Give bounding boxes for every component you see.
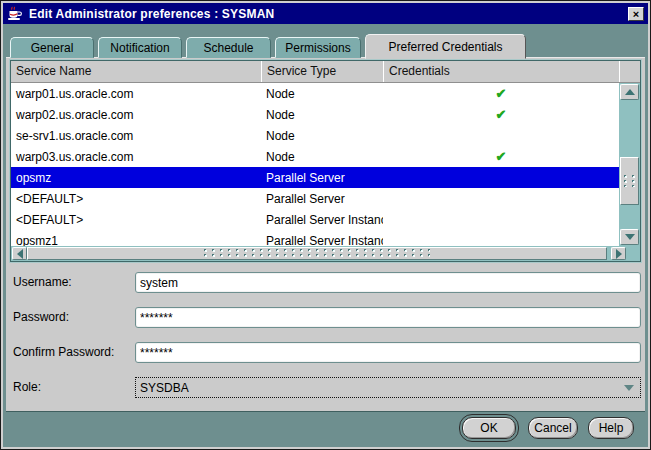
credentials-check-icon: ✔ — [383, 149, 619, 164]
ok-button-default-ring: OK — [459, 414, 519, 442]
table-row[interactable]: warp03.us.oracle.com Node ✔ — [11, 146, 619, 167]
close-icon: × — [633, 8, 639, 20]
service-name-cell: <DEFAULT> — [11, 213, 261, 227]
table-header: Service Name Service Type Credentials — [11, 61, 640, 83]
column-header-credentials: Credentials — [383, 61, 619, 82]
title-bar[interactable]: Edit Administrator preferences : SYSMAN … — [3, 3, 648, 24]
table-row[interactable]: warp01.us.oracle.com Node ✔ — [11, 83, 619, 104]
tab-notification[interactable]: Notification — [98, 37, 182, 58]
column-header-service-name: Service Name — [11, 61, 261, 82]
service-name-cell: opsmz — [11, 171, 261, 185]
role-dropdown[interactable]: SYSDBA — [135, 377, 641, 398]
service-type-cell: Node — [261, 150, 383, 164]
service-type-cell: Node — [261, 87, 383, 101]
tab-general[interactable]: General — [10, 37, 94, 58]
table-header-corner — [619, 61, 640, 82]
table-row[interactable]: <DEFAULT> Parallel Server — [11, 188, 619, 209]
column-header-service-type: Service Type — [261, 61, 383, 82]
service-type-cell: Node — [261, 129, 383, 143]
service-name-cell: se-srv1.us.oracle.com — [11, 129, 261, 143]
service-name-cell: warp02.us.oracle.com — [11, 108, 261, 122]
tab-strip: General Notification Schedule Permission… — [10, 33, 530, 58]
confirm-password-label: Confirm Password: — [13, 345, 114, 359]
confirm-password-field[interactable] — [135, 342, 641, 363]
table-row[interactable]: warp02.us.oracle.com Node ✔ — [11, 104, 619, 125]
table-body: warp01.us.oracle.com Node ✔ warp02.us.or… — [11, 83, 619, 246]
service-name-cell: warp03.us.oracle.com — [11, 150, 261, 164]
tab-schedule[interactable]: Schedule — [186, 37, 271, 58]
role-label: Role: — [13, 380, 41, 394]
service-type-cell: Parallel Server — [261, 171, 383, 185]
ok-button[interactable]: OK — [462, 417, 516, 439]
credentials-check-icon: ✔ — [383, 86, 619, 101]
tab-permissions[interactable]: Permissions — [275, 37, 361, 58]
username-label: Username: — [13, 275, 72, 289]
table-row[interactable]: <DEFAULT> Parallel Server Instance — [11, 209, 619, 230]
scroll-down-button[interactable] — [620, 229, 639, 245]
scroll-up-button[interactable] — [620, 84, 639, 100]
cancel-button[interactable]: Cancel — [528, 417, 578, 439]
vertical-scrollbar[interactable] — [619, 83, 640, 246]
thumb-grip-texture — [624, 175, 636, 187]
left-arrow-icon — [17, 249, 23, 259]
close-button[interactable]: × — [628, 7, 644, 21]
credentials-table: Service Name Service Type Credentials wa… — [10, 60, 641, 262]
up-arrow-icon — [625, 89, 635, 95]
password-field[interactable] — [135, 307, 641, 328]
table-row[interactable]: se-srv1.us.oracle.com Node — [11, 125, 619, 146]
scroll-left-button[interactable] — [12, 247, 27, 260]
credentials-check-icon: ✔ — [383, 107, 619, 122]
application-coffee-cup-icon — [7, 6, 24, 21]
service-name-cell: opsmz1 — [11, 234, 261, 247]
service-name-cell: warp01.us.oracle.com — [11, 87, 261, 101]
service-type-cell: Node — [261, 108, 383, 122]
window-title: Edit Administrator preferences : SYSMAN — [29, 7, 628, 21]
horizontal-scroll-thumb[interactable] — [27, 247, 607, 260]
service-type-cell: Parallel Server Instance — [261, 213, 383, 227]
vertical-scroll-thumb[interactable] — [620, 157, 639, 205]
role-selected-value: SYSDBA — [140, 381, 624, 395]
service-type-cell: Parallel Server — [261, 192, 383, 206]
service-type-cell: Parallel Server Instance — [261, 234, 383, 247]
username-field[interactable] — [135, 272, 641, 293]
dropdown-arrow-icon — [624, 385, 634, 391]
down-arrow-icon — [625, 234, 635, 240]
tab-preferred-credentials[interactable]: Preferred Credentials — [365, 34, 526, 59]
edit-administrator-preferences-dialog: Edit Administrator preferences : SYSMAN … — [0, 0, 651, 450]
scroll-right-button[interactable] — [611, 247, 626, 260]
help-button[interactable]: Help — [588, 417, 634, 439]
service-name-cell: <DEFAULT> — [11, 192, 261, 206]
table-row-selected[interactable]: opsmz Parallel Server — [11, 167, 619, 188]
right-arrow-icon — [616, 249, 622, 259]
password-label: Password: — [13, 310, 69, 324]
preferred-credentials-panel: Service Name Service Type Credentials wa… — [6, 57, 645, 412]
horizontal-scrollbar[interactable] — [11, 246, 640, 261]
table-row[interactable]: opsmz1 Parallel Server Instance — [11, 230, 619, 246]
thumb-grip-texture — [204, 249, 430, 259]
